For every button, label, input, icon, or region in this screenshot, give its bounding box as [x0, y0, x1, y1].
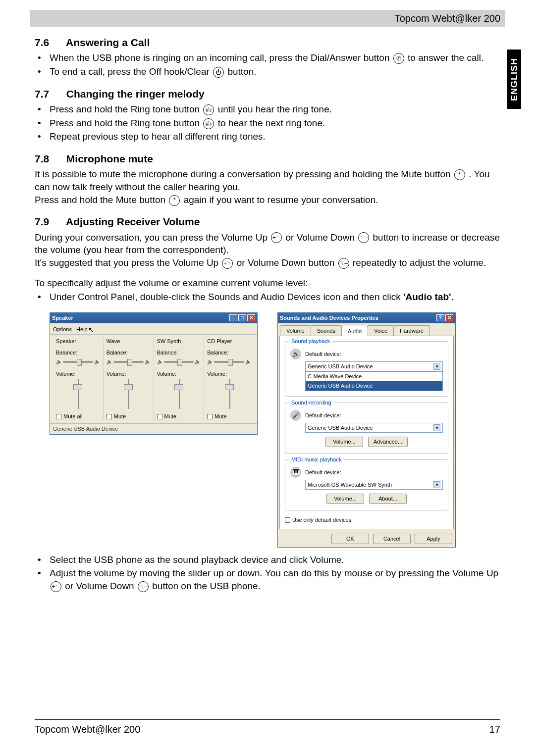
- speaker-window-title: Speaker: [52, 314, 73, 322]
- speaker-statusbar: Generic USB Audio Device: [50, 423, 257, 434]
- channel-cdplayer: CD Player Balance: 🔈🔈 Volume: Mute: [204, 338, 254, 420]
- balance-slider[interactable]: [63, 361, 93, 363]
- close-button[interactable]: ✕: [247, 314, 255, 321]
- cancel-button[interactable]: Cancel: [373, 534, 411, 544]
- mixer-panel: Speaker Balance: 🔈🔈 Volume: Mute all Wav…: [50, 335, 257, 423]
- s77-bullet-2: Press and hold the Ring tone button #♪ t…: [35, 117, 500, 130]
- balance-slider[interactable]: [113, 361, 144, 363]
- recording-volume-button[interactable]: Volume...: [325, 437, 363, 447]
- s78-p1: It is possible to mute the microphone du…: [35, 168, 500, 193]
- tab-sounds[interactable]: Sounds: [311, 325, 342, 336]
- mute-icon: *: [454, 169, 465, 180]
- s76-bullet-1: When the USB phone is ringing on an inco…: [35, 51, 500, 64]
- speaker-menubar[interactable]: Options Help ↖: [50, 323, 257, 335]
- use-only-default-row: Use only default devices: [285, 516, 448, 524]
- ok-button[interactable]: OK: [331, 534, 369, 544]
- s79-p3: To specifically adjust the volume or exa…: [35, 277, 500, 290]
- speaker-right-icon: 🔈: [195, 358, 201, 365]
- mute-checkbox[interactable]: [157, 414, 162, 419]
- dialog-button-row: OK Cancel Apply: [278, 531, 455, 547]
- playback-option-0[interactable]: C-Media Wave Device: [306, 372, 442, 381]
- s77-bullet-3: Repeat previous step to hear all differe…: [35, 130, 500, 143]
- section-7-9-heading: 7.9 Adjusting Receiver Volume: [35, 215, 500, 229]
- playback-device-list[interactable]: C-Media Wave Device Generic USB Audio De…: [305, 371, 443, 391]
- mute-icon: *: [169, 195, 180, 206]
- speaker-left-icon: 🔈: [207, 358, 213, 365]
- header-title: Topcom Webt@lker 200: [395, 13, 500, 24]
- use-only-default-checkbox[interactable]: [285, 517, 290, 523]
- speaker-left-icon: 🔈: [157, 358, 163, 365]
- section-7-6-number: 7.6: [35, 36, 63, 50]
- volume-up-icon: +␋: [222, 258, 233, 269]
- balance-slider[interactable]: [214, 361, 244, 363]
- tab-audio[interactable]: Audio: [341, 326, 368, 337]
- sound-recording-group: Sound recording 🎤 Default device: Generi…: [285, 403, 448, 454]
- chevron-down-icon[interactable]: ▾: [433, 481, 440, 488]
- channel-speaker: Speaker Balance: 🔈🔈 Volume: Mute all: [53, 338, 104, 420]
- language-label: ENGLISH: [509, 57, 520, 101]
- help-button[interactable]: ?: [436, 314, 444, 321]
- props-titlebar[interactable]: Sounds and Audio Devices Properties ? ✕: [278, 313, 455, 323]
- recording-device-dropdown[interactable]: Generic USB Audio Device ▾: [305, 423, 443, 433]
- chevron-down-icon[interactable]: ▾: [433, 424, 440, 431]
- close-button[interactable]: ✕: [445, 314, 453, 321]
- recording-advanced-button[interactable]: Advanced...: [368, 437, 408, 447]
- playback-option-1[interactable]: Generic USB Audio Device: [306, 381, 442, 391]
- volume-slider[interactable]: [223, 379, 235, 409]
- microphone-device-icon: 🎤: [290, 410, 301, 421]
- chevron-down-icon[interactable]: ▾: [433, 363, 440, 370]
- sounds-audio-properties-window: Sounds and Audio Devices Properties ? ✕ …: [277, 312, 456, 548]
- s79-bullet-1: Under Control Panel, double-click the So…: [35, 291, 500, 303]
- volume-up-icon: +␋: [51, 581, 61, 592]
- speaker-titlebar[interactable]: Speaker _ □ ✕: [50, 313, 257, 323]
- menu-options[interactable]: Options: [53, 326, 72, 332]
- midi-about-button[interactable]: About...: [369, 494, 407, 504]
- s78-p2: Press and hold the Mute button * again i…: [35, 194, 500, 206]
- apply-button[interactable]: Apply: [415, 534, 452, 544]
- dial-answer-icon: ✆: [393, 53, 404, 64]
- section-7-8-number: 7.8: [35, 152, 63, 166]
- section-7-8-heading: 7.8 Microphone mute: [35, 152, 500, 166]
- volume-slider[interactable]: [122, 379, 134, 409]
- midi-device-icon: 🎹: [290, 467, 301, 478]
- midi-volume-button[interactable]: Volume...: [326, 494, 364, 504]
- volume-slider[interactable]: [173, 379, 185, 409]
- mute-checkbox[interactable]: [207, 414, 213, 419]
- speaker-left-icon: 🔈: [56, 358, 62, 365]
- s79-p2: It's suggested that you press the Volume…: [35, 256, 500, 269]
- volume-slider[interactable]: [72, 379, 84, 409]
- mute-checkbox[interactable]: [107, 414, 112, 419]
- footer-left: Topcom Webt@lker 200: [35, 724, 140, 735]
- section-7-7-title: Changing the ringer melody: [66, 88, 205, 100]
- midi-device-dropdown[interactable]: Microsoft GS Wavetable SW Synth ▾: [305, 480, 443, 490]
- section-7-9-number: 7.9: [35, 215, 63, 229]
- section-7-9-title: Adjusting Receiver Volume: [66, 216, 200, 227]
- props-body: Sound playback 🔊 Default device: Generic…: [279, 336, 454, 529]
- page-body: 7.6 Answering a Call When the USB phone …: [35, 36, 500, 593]
- minimize-button[interactable]: _: [229, 314, 237, 321]
- s79-p1: During your conversation, you can press …: [35, 231, 500, 256]
- speaker-left-icon: 🔈: [107, 358, 112, 365]
- after-bullet-1: Select the USB phone as the sound playba…: [35, 554, 500, 566]
- props-tabs: Volume Sounds Audio Voice Hardware: [278, 323, 455, 336]
- channel-swsynth: SW Synth Balance: 🔈🔈 Volume: Mute: [154, 338, 205, 420]
- tab-hardware[interactable]: Hardware: [393, 325, 430, 336]
- balance-slider[interactable]: [164, 361, 194, 363]
- s77-bullet-1: Press and hold the Ring tone button #♪ u…: [35, 103, 500, 116]
- page-header: Topcom Webt@lker 200: [30, 10, 505, 27]
- page-footer: Topcom Webt@lker 200 17: [35, 719, 500, 735]
- s76-bullet-2: To end a call, press the Off hook/Clear …: [35, 65, 500, 78]
- volume-down-icon: ␋–: [358, 232, 369, 243]
- tab-volume[interactable]: Volume: [280, 325, 311, 336]
- ringtone-icon: #♪: [203, 104, 214, 115]
- speaker-right-icon: 🔈: [245, 358, 251, 365]
- mute-all-checkbox[interactable]: [56, 414, 61, 419]
- volume-down-icon: ␋–: [338, 258, 349, 269]
- playback-device-dropdown[interactable]: Generic USB Audio Device ▾ C-Media Wave …: [305, 361, 443, 371]
- section-7-8-title: Microphone mute: [66, 153, 153, 164]
- props-window-title: Sounds and Audio Devices Properties: [280, 314, 378, 322]
- maximize-button[interactable]: □: [238, 314, 246, 321]
- section-7-6-heading: 7.6 Answering a Call: [35, 36, 500, 50]
- menu-help[interactable]: Help: [76, 326, 88, 332]
- tab-voice[interactable]: Voice: [368, 325, 394, 336]
